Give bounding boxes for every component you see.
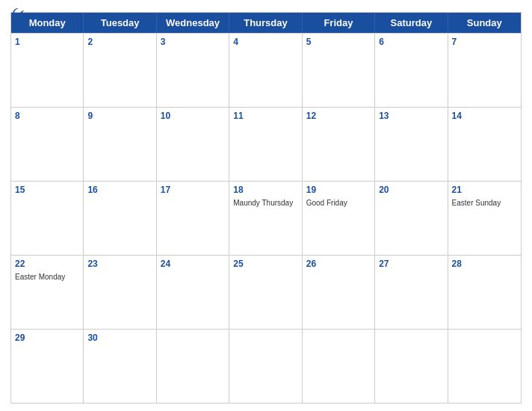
- cell-date-number: 24: [161, 259, 225, 271]
- calendar-cell: [448, 330, 521, 403]
- calendar-cell: 26: [303, 256, 375, 329]
- cell-event-label: Easter Monday: [15, 272, 79, 282]
- calendar-cell: 24: [157, 256, 229, 329]
- cell-date-number: 9: [87, 111, 152, 123]
- cell-date-number: 23: [87, 259, 152, 271]
- cell-date-number: 11: [233, 111, 297, 123]
- cell-date-number: 10: [161, 111, 225, 123]
- cell-date-number: 4: [233, 37, 297, 49]
- calendar-cell: 29: [11, 330, 84, 403]
- calendar-week-5: 2930: [11, 329, 521, 403]
- calendar-week-4: 22Easter Monday232425262728: [11, 255, 521, 329]
- page: MondayTuesdayWednesdayThursdayFridaySatu…: [0, 0, 532, 411]
- calendar-header-row: MondayTuesdayWednesdayThursdayFridaySatu…: [11, 13, 521, 33]
- cell-date-number: 12: [306, 111, 371, 123]
- cell-date-number: 6: [379, 37, 443, 49]
- logo-bird-icon: [12, 7, 25, 21]
- calendar-cell: 11: [229, 108, 302, 181]
- calendar-cell: [303, 330, 375, 403]
- calendar-cell: 9: [84, 108, 156, 181]
- cell-date-number: 25: [233, 259, 297, 271]
- calendar-cell: 20: [375, 182, 448, 255]
- calendar-cell: 10: [157, 108, 229, 181]
- calendar-cell: [157, 330, 229, 403]
- calendar-cell: [229, 330, 302, 403]
- cell-date-number: 14: [452, 111, 517, 123]
- cell-date-number: 16: [87, 185, 152, 197]
- logo: [10, 7, 25, 21]
- cell-date-number: 15: [15, 185, 79, 197]
- calendar-week-1: 1234567: [11, 33, 521, 107]
- cell-date-number: 30: [87, 333, 152, 344]
- cell-date-number: 28: [452, 259, 517, 271]
- calendar-body: 123456789101112131415161718Maundy Thursd…: [11, 33, 521, 403]
- cell-date-number: 29: [15, 333, 79, 344]
- cell-date-number: 3: [161, 37, 225, 49]
- cell-date-number: 26: [306, 259, 371, 271]
- calendar-cell: 27: [375, 256, 448, 329]
- calendar-cell: 18Maundy Thursday: [229, 182, 302, 255]
- cell-event-label: Good Friday: [306, 198, 371, 208]
- calendar-cell: 30: [84, 330, 156, 403]
- calendar-cell: 28: [448, 256, 521, 329]
- calendar-cell: 12: [303, 108, 375, 181]
- cell-date-number: 21: [452, 185, 517, 197]
- weekday-header-friday: Friday: [303, 13, 375, 33]
- calendar-cell: 4: [229, 34, 302, 107]
- calendar-cell: 6: [375, 34, 448, 107]
- cell-date-number: 20: [379, 185, 443, 197]
- cell-date-number: 17: [161, 185, 225, 197]
- calendar-cell: 23: [84, 256, 156, 329]
- cell-date-number: 7: [452, 37, 517, 49]
- calendar-cell: 25: [229, 256, 302, 329]
- weekday-header-wednesday: Wednesday: [157, 13, 229, 33]
- cell-event-label: Maundy Thursday: [233, 198, 297, 208]
- calendar-cell: 22Easter Monday: [11, 256, 84, 329]
- calendar-cell: 1: [11, 34, 84, 107]
- calendar-week-2: 891011121314: [11, 107, 521, 181]
- calendar-cell: 3: [157, 34, 229, 107]
- weekday-header-sunday: Sunday: [448, 13, 521, 33]
- calendar-cell: 21Easter Sunday: [448, 182, 521, 255]
- cell-date-number: 8: [15, 111, 79, 123]
- calendar: MondayTuesdayWednesdayThursdayFridaySatu…: [10, 12, 522, 404]
- calendar-cell: 8: [11, 108, 84, 181]
- cell-date-number: 5: [306, 37, 371, 49]
- weekday-header-tuesday: Tuesday: [84, 13, 156, 33]
- calendar-cell: 17: [157, 182, 229, 255]
- calendar-cell: 16: [84, 182, 156, 255]
- cell-date-number: 18: [233, 185, 297, 197]
- cell-date-number: 19: [306, 185, 371, 197]
- calendar-cell: 13: [375, 108, 448, 181]
- weekday-header-thursday: Thursday: [229, 13, 302, 33]
- calendar-cell: 19Good Friday: [303, 182, 375, 255]
- weekday-header-saturday: Saturday: [375, 13, 448, 33]
- calendar-cell: [375, 330, 448, 403]
- calendar-week-3: 15161718Maundy Thursday19Good Friday2021…: [11, 181, 521, 255]
- calendar-cell: 7: [448, 34, 521, 107]
- cell-date-number: 1: [15, 37, 79, 49]
- calendar-cell: 14: [448, 108, 521, 181]
- cell-date-number: 22: [15, 259, 79, 271]
- calendar-cell: 15: [11, 182, 84, 255]
- cell-date-number: 13: [379, 111, 443, 123]
- cell-date-number: 27: [379, 259, 443, 271]
- cell-date-number: 2: [87, 37, 152, 49]
- cell-event-label: Easter Sunday: [452, 198, 517, 208]
- calendar-cell: 2: [84, 34, 156, 107]
- calendar-cell: 5: [303, 34, 375, 107]
